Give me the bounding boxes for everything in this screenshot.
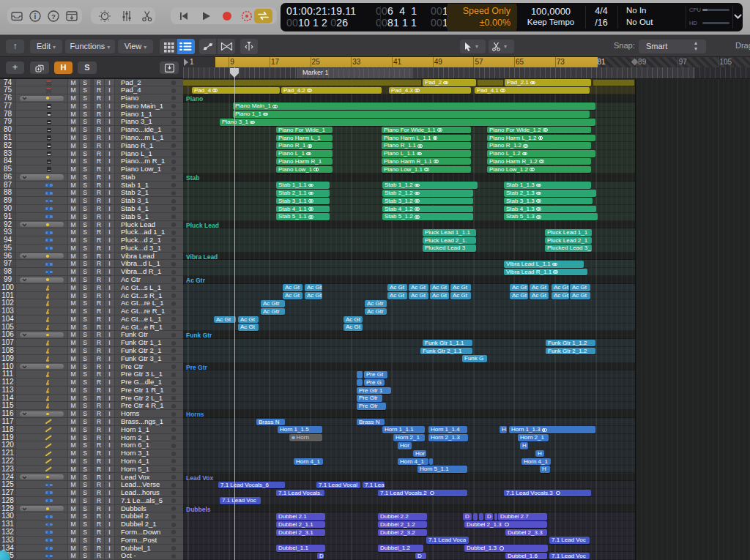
svg-text:?: ? bbox=[51, 12, 56, 20]
svg-text:i: i bbox=[34, 12, 37, 20]
